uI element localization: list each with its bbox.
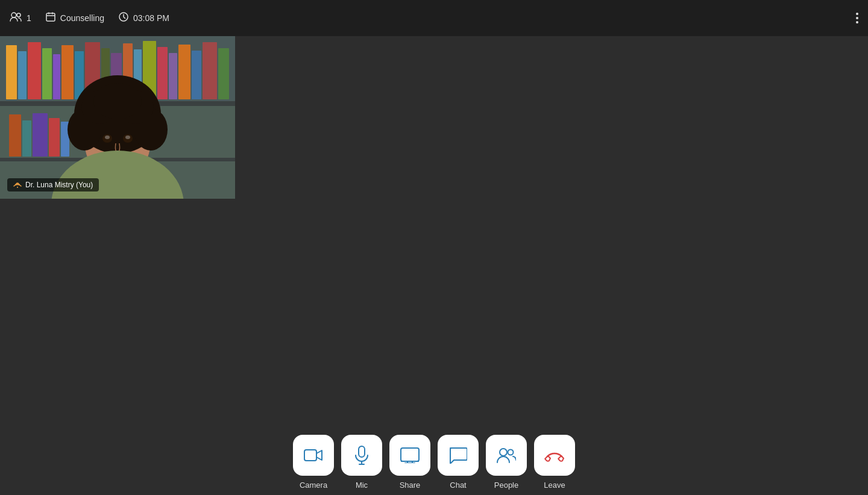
meeting-title: Counselling [60,13,104,23]
svg-rect-6 [6,45,17,99]
participants-icon [10,12,22,24]
chat-icon [449,447,467,464]
leave-button[interactable] [534,435,575,476]
dot-2 [856,17,858,19]
share-label: Share [400,481,421,490]
people-button[interactable] [486,435,527,476]
svg-rect-28 [22,120,31,157]
time-indicator: 03:08 PM [119,12,169,24]
top-bar-left: 1 Counselling 03:08 PM [10,12,858,24]
svg-rect-11 [61,45,74,99]
svg-point-1 [17,13,20,17]
camera-icon [304,448,323,462]
participants-indicator: 1 [10,12,31,24]
svg-rect-23 [203,42,217,99]
svg-rect-49 [359,446,365,457]
chat-label: Chat [450,481,466,490]
signal-icon [13,181,22,189]
dot-3 [856,21,858,23]
svg-point-57 [500,449,507,456]
svg-rect-2 [46,13,55,21]
participant-name-text: Dr. Luna Mistry (You) [25,181,93,189]
svg-rect-29 [33,113,48,157]
top-bar: 1 Counselling 03:08 PM [0,0,868,36]
svg-point-44 [105,135,110,139]
mic-control[interactable]: Mic [341,435,382,490]
svg-rect-52 [401,448,419,461]
controls-bar: Camera Mic [0,435,868,495]
people-icon [497,447,516,463]
svg-rect-48 [304,450,316,461]
svg-point-0 [11,13,16,17]
svg-rect-9 [42,48,52,99]
mic-button[interactable] [341,435,382,476]
svg-point-47 [17,187,18,188]
dot-1 [856,13,858,15]
svg-rect-21 [178,45,190,99]
svg-rect-19 [157,47,168,99]
svg-rect-7 [18,51,27,99]
svg-point-58 [508,449,514,455]
chat-control[interactable]: Chat [438,435,479,490]
leave-label: Leave [544,481,565,490]
svg-rect-10 [53,54,60,99]
share-icon [400,447,420,463]
people-control[interactable]: People [486,435,527,490]
svg-rect-8 [28,42,41,99]
participants-count: 1 [27,13,31,23]
participant-name-label: Dr. Luna Mistry (You) [7,178,99,191]
mic-icon [354,446,369,465]
camera-label: Camera [300,481,327,490]
local-video-thumbnail: Dr. Luna Mistry (You) [0,36,235,199]
svg-rect-22 [192,51,201,99]
leave-icon [544,449,565,462]
people-label: People [494,481,518,490]
svg-point-45 [125,135,130,139]
leave-control[interactable]: Leave [534,435,575,490]
clock-icon [119,12,128,24]
svg-point-41 [93,83,142,119]
camera-control[interactable]: Camera [293,435,334,490]
main-content: Dr. Luna Mistry (You) Camera [0,36,868,495]
person-video [0,36,235,199]
share-button[interactable] [389,435,430,476]
svg-rect-27 [9,114,21,157]
chat-button[interactable] [438,435,479,476]
svg-rect-20 [169,53,177,99]
more-options-button[interactable] [856,13,858,23]
svg-rect-30 [49,118,60,157]
svg-rect-24 [218,48,229,99]
camera-button[interactable] [293,435,334,476]
share-control[interactable]: Share [389,435,430,490]
calendar-icon [46,12,55,24]
meeting-time: 03:08 PM [133,13,169,23]
mic-label: Mic [356,481,368,490]
meeting-title-item: Counselling [46,12,104,24]
